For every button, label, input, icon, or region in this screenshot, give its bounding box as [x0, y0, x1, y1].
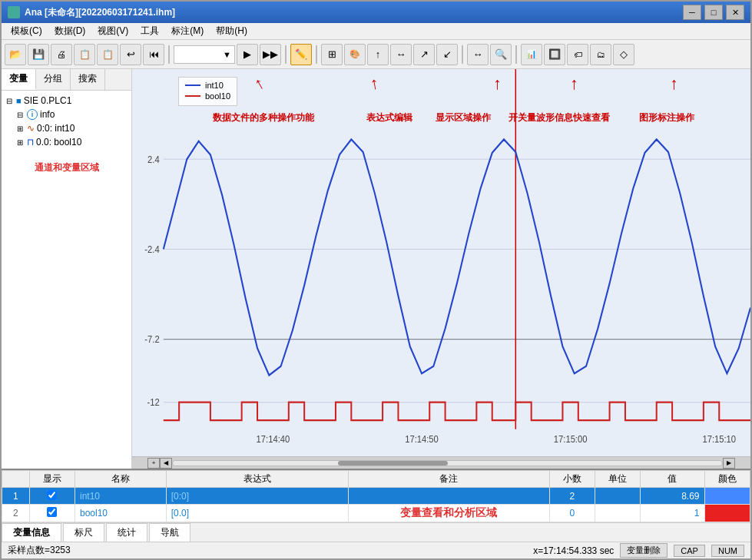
grid-button[interactable]: ⊞ — [321, 44, 343, 65]
scrollbar-thumb[interactable] — [338, 461, 448, 466]
label-button[interactable]: 🏷 — [567, 44, 588, 65]
copy-button[interactable]: 📋 — [74, 44, 95, 65]
var-delete-button[interactable]: 变量删除 — [620, 543, 668, 558]
scrollbar-track[interactable] — [172, 460, 723, 466]
undo-button[interactable]: ↩ — [120, 44, 141, 65]
tab-groups[interactable]: 分组 — [36, 69, 71, 90]
row2-show[interactable] — [29, 505, 75, 522]
chart-area: ↑ 数据文件的多种操作功能 ↑ 表达式编辑 ↑ 显示区域操作 ↑ 开关量波形信息… — [132, 69, 750, 469]
tab-nav[interactable]: 导航 — [149, 523, 190, 542]
col-name: 名称 — [75, 471, 167, 488]
menu-help[interactable]: 帮助(H) — [210, 23, 253, 39]
col-expr: 表达式 — [166, 471, 349, 488]
tab-var-info[interactable]: 变量信息 — [2, 523, 61, 542]
table-row[interactable]: 2 bool10 [0.0] 变量查看和分析区域 0 1 — [2, 505, 750, 522]
num-status: NUM — [711, 545, 744, 557]
col-value: 值 — [641, 471, 704, 488]
row1-show[interactable] — [29, 488, 75, 505]
svg-text:17:15:00: 17:15:00 — [554, 434, 588, 446]
svg-text:17:14:50: 17:14:50 — [405, 434, 439, 446]
legend-bool10-line — [185, 95, 200, 97]
row1-id: 1 — [2, 488, 30, 505]
chart-button[interactable]: 📊 — [521, 44, 542, 65]
app-icon — [8, 6, 20, 18]
open-button[interactable]: 📂 — [5, 44, 26, 65]
zoom-out-button[interactable]: ↙ — [436, 44, 458, 65]
menu-tools[interactable]: 工具 — [134, 23, 165, 39]
scale-up-button[interactable]: ↑ — [367, 44, 389, 65]
row1-color — [704, 488, 750, 505]
scroll-left2-button[interactable]: ◀ — [160, 458, 172, 469]
row1-decimal: 2 — [549, 488, 595, 505]
save-button[interactable]: 💾 — [28, 44, 49, 65]
tab-button[interactable]: 🗂 — [590, 44, 611, 65]
switch-expand-button[interactable]: ↔ — [467, 44, 489, 65]
var-analysis-label: 变量查看和分析区域 — [400, 506, 497, 519]
row2-value: 1 — [641, 505, 704, 522]
menu-data[interactable]: 数据(D) — [48, 23, 92, 39]
tree-node-bool10[interactable]: ⊞ ⊓ 0.0: bool10 — [15, 135, 128, 149]
sep5 — [515, 45, 517, 64]
tree-node-int10[interactable]: ⊞ ∿ 0:0: int10 — [15, 121, 128, 135]
tab-ruler[interactable]: 标尺 — [63, 523, 104, 542]
sep1 — [168, 45, 170, 64]
sidebar-region-label: 通道和变量区域 — [5, 158, 128, 177]
sep2 — [285, 45, 287, 64]
tab-variables[interactable]: 变量 — [2, 69, 36, 90]
status-right: x=17:14:54.333 sec 变量删除 CAP NUM — [533, 543, 744, 558]
minimize-button[interactable]: ─ — [683, 5, 701, 20]
color-button[interactable]: 🎨 — [344, 44, 366, 65]
paste-button[interactable]: 📋 — [97, 44, 118, 65]
bool-icon: ⊓ — [27, 137, 34, 147]
sep4 — [462, 45, 463, 64]
scroll-left-button[interactable]: + — [147, 458, 160, 469]
title-bar: Ana [未命名][20220603171241.ihm] ─ □ ✕ — [2, 2, 750, 23]
plc-icon: ■ — [16, 96, 22, 105]
bottom-section: 显示 名称 表达式 备注 小数 单位 值 颜色 1 int10 [ — [2, 469, 750, 558]
expr-edit-button[interactable]: ✏️ — [290, 44, 312, 65]
tab-search[interactable]: 搜索 — [71, 69, 105, 90]
table-row[interactable]: 1 int10 [0:0] 2 8.69 — [2, 488, 750, 505]
tree-info-label: info — [40, 109, 55, 120]
sidebar-content: ⊟ ■ SIE 0.PLC1 ⊟ i info ⊞ ∿ 0:0: int10 — [2, 91, 131, 469]
menu-template[interactable]: 模板(C) — [5, 23, 48, 39]
diamond-button[interactable]: ◇ — [613, 44, 634, 65]
col-show: 显示 — [29, 471, 75, 488]
row1-checkbox[interactable] — [47, 490, 57, 500]
legend-bool10: bool10 — [185, 91, 230, 101]
menu-marks[interactable]: 标注(M) — [165, 23, 210, 39]
main-window: Ana [未命名][20220603171241.ihm] ─ □ ✕ 模板(C… — [0, 0, 752, 560]
expand-root-icon: ⊟ — [5, 97, 14, 105]
cursor-pos: x=17:14:54.333 sec — [533, 545, 614, 556]
tab-stats[interactable]: 统计 — [106, 523, 147, 542]
zoom-in-button[interactable]: ↗ — [413, 44, 435, 65]
tree-root[interactable]: ⊟ ■ SIE 0.PLC1 — [5, 94, 128, 108]
tree-node-info[interactable]: ⊟ i info — [15, 108, 128, 121]
close-button[interactable]: ✕ — [726, 5, 744, 20]
legend-int10: int10 — [185, 81, 230, 90]
toolbar: 📂 💾 🖨 📋 📋 ↩ ⏮ ▼ ▶ ▶▶ ✏️ ⊞ 🎨 ↑ ↔ ↗ ↙ ↔ 🔍 … — [2, 40, 750, 69]
channel-dropdown[interactable]: ▼ — [174, 45, 235, 64]
sample-count: 采样点数=3253 — [8, 544, 71, 557]
print-button[interactable]: 🖨 — [51, 44, 72, 65]
title-bar-buttons: ─ □ ✕ — [683, 5, 744, 20]
row2-id: 2 — [2, 505, 30, 522]
svg-text:-12: -12 — [147, 397, 159, 409]
col-note: 备注 — [349, 471, 549, 488]
scroll-right-button[interactable]: ▶ — [723, 458, 735, 469]
play-button[interactable]: ▶ — [237, 44, 258, 65]
menu-view[interactable]: 视图(V) — [91, 23, 134, 39]
maximize-button[interactable]: □ — [704, 5, 723, 20]
box-button[interactable]: 🔲 — [544, 44, 565, 65]
row2-color — [704, 505, 750, 522]
play2-button[interactable]: ▶▶ — [260, 44, 281, 65]
scale-fit-button[interactable]: ↔ — [390, 44, 412, 65]
sep3 — [316, 45, 317, 64]
chart-svg[interactable]: 2.4 -2.4 -7.2 -12 17:14:40 17:14:50 17:1… — [132, 69, 750, 456]
back-button[interactable]: ⏮ — [143, 44, 164, 65]
chart-canvas[interactable]: int10 bool10 2.4 — [132, 69, 750, 456]
row2-checkbox[interactable] — [47, 507, 57, 517]
col-decimal: 小数 — [549, 471, 595, 488]
switch-search-button[interactable]: 🔍 — [490, 44, 512, 65]
row2-expr: [0.0] — [166, 505, 349, 522]
